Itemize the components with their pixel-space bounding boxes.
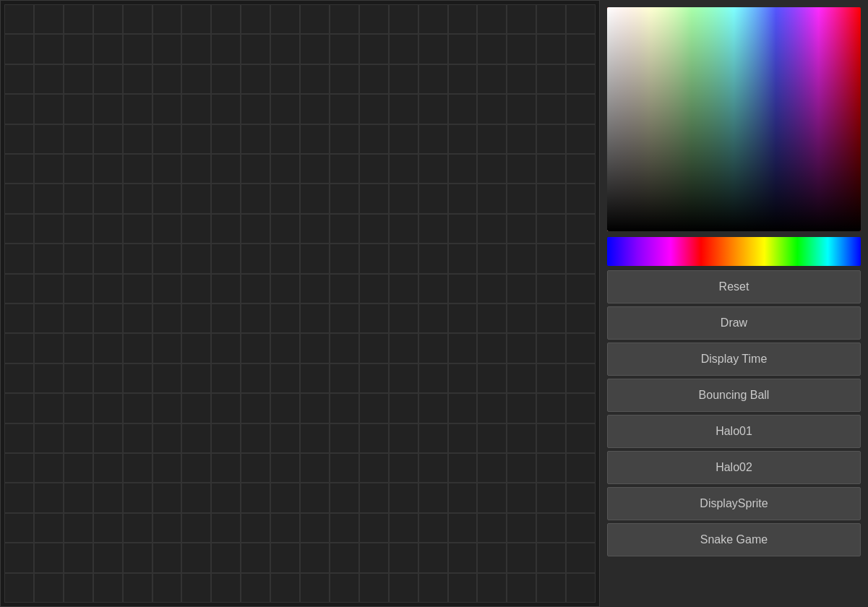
grid-cell[interactable]: [330, 573, 359, 603]
grid-cell[interactable]: [448, 34, 478, 64]
grid-cell[interactable]: [64, 453, 93, 483]
grid-cell[interactable]: [359, 363, 389, 393]
grid-cell[interactable]: [359, 124, 389, 154]
grid-cell[interactable]: [536, 304, 566, 333]
grid-cell[interactable]: [4, 513, 34, 543]
grid-cell[interactable]: [64, 274, 93, 304]
grid-cell[interactable]: [34, 34, 64, 64]
grid-cell[interactable]: [389, 393, 418, 423]
grid-cell[interactable]: [241, 363, 270, 393]
grid-cell[interactable]: [181, 304, 211, 333]
grid-cell[interactable]: [241, 124, 270, 154]
grid-cell[interactable]: [123, 513, 152, 543]
grid-cell[interactable]: [418, 34, 448, 64]
grid-cell[interactable]: [123, 483, 152, 512]
grid-cell[interactable]: [4, 34, 34, 64]
grid-cell[interactable]: [241, 4, 270, 34]
grid-cell[interactable]: [64, 4, 93, 34]
grid-cell[interactable]: [123, 274, 152, 304]
grid-cell[interactable]: [418, 363, 448, 393]
grid-cell[interactable]: [211, 483, 241, 512]
grid-cell[interactable]: [477, 304, 507, 333]
grid-cell[interactable]: [536, 214, 566, 244]
grid-cell[interactable]: [418, 244, 448, 273]
grid-cell[interactable]: [211, 453, 241, 483]
grid-cell[interactable]: [477, 543, 507, 572]
grid-cell[interactable]: [507, 34, 536, 64]
grid-cell[interactable]: [418, 573, 448, 603]
grid-cell[interactable]: [448, 64, 478, 94]
grid-cell[interactable]: [34, 363, 64, 393]
grid-cell[interactable]: [211, 423, 241, 453]
grid-cell[interactable]: [64, 154, 93, 184]
grid-cell[interactable]: [566, 363, 596, 393]
grid-cell[interactable]: [536, 184, 566, 213]
grid-cell[interactable]: [418, 214, 448, 244]
grid-cell[interactable]: [93, 64, 123, 94]
grid-cell[interactable]: [211, 393, 241, 423]
grid-cell[interactable]: [123, 363, 152, 393]
grid-cell[interactable]: [4, 483, 34, 512]
grid-cell[interactable]: [359, 154, 389, 184]
grid-cell[interactable]: [477, 34, 507, 64]
grid-cell[interactable]: [300, 363, 330, 393]
grid-cell[interactable]: [389, 274, 418, 304]
grid-cell[interactable]: [507, 543, 536, 572]
grid-cell[interactable]: [4, 363, 34, 393]
grid-cell[interactable]: [211, 543, 241, 572]
grid-cell[interactable]: [64, 184, 93, 213]
color-picker[interactable]: [607, 7, 861, 231]
grid-cell[interactable]: [181, 483, 211, 512]
grid-cell[interactable]: [270, 483, 300, 512]
grid-cell[interactable]: [270, 274, 300, 304]
grid-cell[interactable]: [418, 64, 448, 94]
grid-cell[interactable]: [123, 543, 152, 572]
grid-cell[interactable]: [270, 333, 300, 363]
grid-cell[interactable]: [211, 244, 241, 273]
grid-cell[interactable]: [300, 34, 330, 64]
grid-cell[interactable]: [536, 333, 566, 363]
grid-cell[interactable]: [448, 363, 478, 393]
grid-cell[interactable]: [507, 483, 536, 512]
reset-button[interactable]: Reset: [607, 270, 861, 304]
grid-cell[interactable]: [4, 4, 34, 34]
grid-cell[interactable]: [34, 154, 64, 184]
grid-cell[interactable]: [330, 363, 359, 393]
grid-cell[interactable]: [300, 64, 330, 94]
grid-cell[interactable]: [270, 573, 300, 603]
grid-cell[interactable]: [507, 94, 536, 124]
grid-cell[interactable]: [300, 513, 330, 543]
grid-cell[interactable]: [477, 214, 507, 244]
grid-cell[interactable]: [123, 453, 152, 483]
grid-cell[interactable]: [64, 573, 93, 603]
grid-cell[interactable]: [93, 483, 123, 512]
grid-cell[interactable]: [566, 453, 596, 483]
grid-cell[interactable]: [123, 64, 152, 94]
grid-cell[interactable]: [330, 94, 359, 124]
grid-cell[interactable]: [477, 423, 507, 453]
grid-cell[interactable]: [64, 244, 93, 273]
grid-cell[interactable]: [359, 483, 389, 512]
grid-cell[interactable]: [270, 304, 300, 333]
grid-cell[interactable]: [477, 124, 507, 154]
grid-cell[interactable]: [389, 543, 418, 572]
grid-cell[interactable]: [241, 34, 270, 64]
grid-cell[interactable]: [270, 154, 300, 184]
grid-cell[interactable]: [93, 543, 123, 572]
grid-cell[interactable]: [241, 573, 270, 603]
grid-cell[interactable]: [300, 94, 330, 124]
grid-cell[interactable]: [418, 304, 448, 333]
grid-cell[interactable]: [389, 453, 418, 483]
grid-cell[interactable]: [241, 94, 270, 124]
grid-cell[interactable]: [241, 244, 270, 273]
grid-cell[interactable]: [270, 513, 300, 543]
grid-cell[interactable]: [477, 363, 507, 393]
grid-cell[interactable]: [34, 184, 64, 213]
grid-cell[interactable]: [270, 363, 300, 393]
grid-cell[interactable]: [270, 214, 300, 244]
grid-cell[interactable]: [64, 304, 93, 333]
grid-cell[interactable]: [211, 124, 241, 154]
grid-cell[interactable]: [64, 64, 93, 94]
grid-cell[interactable]: [181, 244, 211, 273]
grid-cell[interactable]: [34, 573, 64, 603]
